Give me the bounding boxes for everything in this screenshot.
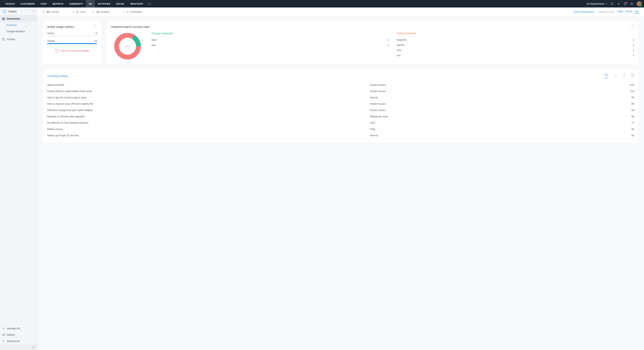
trending-row[interactable]: No Delivery To The Selected AddressFAQ77: [47, 120, 634, 126]
gear-icon[interactable]: [630, 2, 633, 5]
card-title: Article usage metrics: [47, 25, 74, 28]
svg-rect-12: [4, 19, 5, 20]
nav-tab-reports[interactable]: REPORTS: [50, 0, 66, 7]
department-select[interactable]: All Departments: [587, 2, 607, 5]
language-select[interactable]: 文A English: [0, 7, 37, 15]
warning-icon: !: [55, 49, 58, 52]
divider: [596, 10, 597, 14]
top-nav: TICKETSCUSTOMERSCHATREPORTSCOMMUNITYKBAC…: [0, 0, 644, 7]
sidebar-item-manage-kb[interactable]: Manage KB: [0, 325, 37, 332]
trending-row[interactable]: zpad documentKnown Issues152: [47, 82, 634, 88]
thumbs-down-icon: [92, 10, 95, 13]
revisit-warning: ! Time to re-visit the articles: [47, 49, 97, 52]
avatar[interactable]: [637, 1, 642, 6]
article-title: Fixing zPhone's rapid battery drain issu…: [47, 90, 370, 93]
trending-row[interactable]: Fixing zPhone's rapid battery drain issu…: [47, 88, 634, 94]
sidebar-sub-overview[interactable]: Overview: [0, 22, 37, 28]
trending-row[interactable]: How to improve your zPhone's battery lif…: [47, 101, 634, 107]
keyword-count: 1: [633, 54, 634, 57]
document-icon: [42, 10, 45, 13]
sidebar-item-articles[interactable]: Articles: [0, 36, 37, 42]
keyword-count: 1: [633, 49, 634, 51]
svg-point-2: [611, 3, 613, 4]
nav-tab-kb[interactable]: KB: [86, 0, 95, 7]
nav-tab-activities[interactable]: ACTIVITIES: [95, 0, 113, 7]
period-month[interactable]: Month: [626, 10, 632, 13]
usage-value: 0: [96, 32, 97, 35]
article-views: 94: [576, 102, 634, 105]
notification-icon[interactable]: [624, 2, 627, 5]
keyword-row: zpa1: [152, 42, 389, 47]
article-views: 114: [576, 90, 634, 93]
nav-tab-social[interactable]: SOCIAL: [113, 0, 128, 7]
language-icon: 文A: [2, 9, 6, 13]
keyword-count: 1: [388, 43, 389, 46]
trending-row[interactable]: Backing up zPhone data regularlyPlacing …: [47, 113, 634, 120]
nav-tab-tickets[interactable]: TICKETS: [2, 0, 18, 7]
sidebar-item-recycle-bin[interactable]: Recycle bin: [0, 338, 37, 344]
sidebar-sub-google-analytics[interactable]: Google analytics: [0, 28, 37, 34]
sidebar-item-dashboard[interactable]: Dashboard: [0, 15, 37, 22]
views-tab-icon[interactable]: [604, 74, 608, 78]
article-category: Known Issues: [370, 90, 576, 93]
feedback-tab-icon[interactable]: [631, 74, 634, 78]
metric-label: Articles: [52, 10, 60, 13]
metric-value: 42: [46, 10, 50, 13]
likes-tab-icon[interactable]: [614, 74, 617, 78]
keyword: blueprint: [397, 38, 406, 41]
trending-row[interactable]: Setting up Finger ID securityHow-to62: [47, 132, 634, 139]
popular-keywords: Popular keywords zpad1zpa1: [152, 32, 389, 60]
dislikes-tab-icon[interactable]: [622, 74, 626, 78]
keyword-count: 1: [633, 43, 634, 46]
nav-tab-customers[interactable]: CUSTOMERS: [18, 0, 38, 7]
trending-row[interactable]: Defective charge-and-sync cable adapterK…: [47, 107, 634, 113]
nav-tab-whatsapp[interactable]: WHATSAPP: [128, 0, 146, 7]
sidebar-item-label: Recycle bin: [7, 340, 20, 343]
svg-point-25: [606, 74, 607, 75]
department-label: All Departments: [587, 2, 604, 5]
trending-row[interactable]: Battery issuesFAQ64: [47, 126, 634, 132]
revisit-text: Time to re-visit the articles: [60, 49, 89, 52]
nav-more-icon[interactable]: [146, 0, 153, 7]
period-year[interactable]: Year: [634, 10, 639, 13]
metric-dislikes: 10 Dislikes: [92, 10, 110, 13]
keyword-row: how1: [397, 47, 634, 53]
article-views: 77: [576, 121, 634, 124]
article-views: 89: [576, 109, 634, 112]
svg-point-8: [631, 3, 632, 4]
keyword: svc: [397, 54, 401, 57]
plus-icon[interactable]: [617, 2, 620, 5]
trash-icon: [2, 340, 5, 343]
usage-row: Tickets18: [47, 39, 97, 44]
sidebar-articles-label: Articles: [7, 38, 15, 41]
language-label: English: [8, 10, 17, 13]
article-category: How-to: [370, 134, 576, 137]
article-title: How to get the Camera app to work: [47, 96, 370, 99]
keyword-row: blueprint1: [397, 37, 634, 42]
metric-value: 10: [96, 10, 100, 13]
sidebar-dashboard-label: Dashboard: [7, 17, 20, 20]
sidebar-item-gallery[interactable]: Gallery: [0, 332, 37, 338]
article-views: 62: [576, 134, 634, 137]
divider: [116, 10, 116, 14]
nav-tab-chat[interactable]: CHAT: [38, 0, 50, 7]
article-effectiveness-link[interactable]: Article Effectiveness: [574, 10, 594, 13]
article-title: zpad document: [47, 83, 370, 86]
collapse-sidebar-button[interactable]: [0, 344, 37, 350]
sidebar-item-label: Manage KB: [7, 327, 20, 330]
help-icon[interactable]: ?: [631, 25, 634, 28]
article-title: Setting up Finger ID security: [47, 134, 370, 137]
trending-row[interactable]: How to get the Camera app to workHow-to9…: [47, 94, 634, 101]
usage-value: 18: [94, 39, 97, 42]
help-icon[interactable]: ?: [94, 25, 97, 28]
search-icon[interactable]: [611, 2, 614, 5]
svg-rect-11: [2, 19, 4, 20]
keyword-search-card: Keyword search success ratio ? 16% Popul…: [106, 21, 639, 65]
notification-badge: [626, 2, 628, 4]
period-week[interactable]: Week: [618, 10, 623, 13]
svg-rect-10: [4, 18, 5, 18]
dashboard-icon: [2, 18, 5, 20]
chevron-down-icon: [33, 11, 35, 12]
nav-tab-community[interactable]: COMMUNITY: [66, 0, 86, 7]
svg-rect-18: [3, 334, 5, 336]
